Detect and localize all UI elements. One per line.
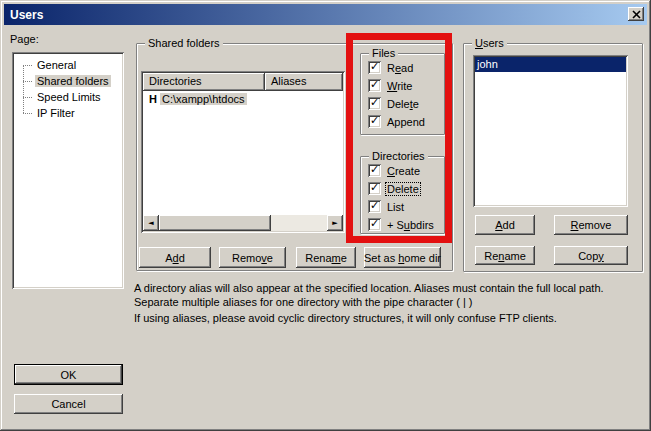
checkbox-checked-icon	[368, 218, 381, 231]
home-flag: H	[149, 93, 160, 105]
checkbox-checked-icon	[368, 115, 381, 128]
tree-item-label: Speed Limits	[35, 91, 103, 103]
directory-row[interactable]: H C:\xampp\htdocs	[143, 91, 343, 107]
scroll-right-arrow-icon[interactable]: ►	[327, 215, 343, 231]
checkbox-checked-icon	[368, 182, 381, 195]
directories-listview: Directories Aliases H C:\xampp\htdocs ◄ …	[141, 71, 345, 233]
button-label: Rename	[484, 250, 526, 262]
checkbox-files-read[interactable]: Read	[368, 61, 414, 74]
add-user-button[interactable]: Add	[475, 215, 535, 235]
button-label: Rename	[305, 252, 347, 264]
checkbox-label: Append	[386, 116, 426, 128]
checkbox-files-write[interactable]: Write	[368, 79, 413, 92]
listview-body: H C:\xampp\htdocs	[143, 91, 343, 215]
cyclic-note-text: If using aliases, please avoid cyclic di…	[134, 311, 644, 325]
tree-item-label: IP Filter	[35, 107, 77, 119]
button-label: Remove	[571, 219, 612, 231]
button-label: Copy	[578, 250, 604, 262]
checkbox-checked-icon	[368, 200, 381, 213]
remove-directory-button[interactable]: Remove	[219, 247, 286, 268]
cancel-button[interactable]: Cancel	[14, 394, 123, 414]
copy-user-button[interactable]: Copy	[554, 246, 628, 265]
checkbox-files-append[interactable]: Append	[368, 115, 426, 128]
listview-header: Directories Aliases	[143, 73, 343, 91]
user-list-item[interactable]: john	[475, 57, 626, 72]
window-title: Users	[10, 8, 43, 22]
scrollbar-track[interactable]	[159, 215, 327, 231]
alias-note-text: A directory alias will also appear at th…	[134, 281, 644, 309]
checkbox-label: Read	[386, 62, 414, 74]
button-label: Add	[495, 219, 515, 231]
checkbox-dirs-list[interactable]: List	[368, 200, 405, 213]
users-listbox: john	[473, 55, 628, 207]
directories-group-label: Directories	[369, 150, 428, 162]
tree-item-label: Shared folders	[35, 75, 111, 87]
checkbox-dirs-delete[interactable]: Delete	[368, 182, 420, 195]
horizontal-scrollbar[interactable]: ◄ ►	[143, 215, 343, 231]
checkbox-files-delete[interactable]: Delete	[368, 97, 420, 110]
checkbox-label: + Subdirs	[386, 219, 435, 231]
checkbox-label: Delete	[386, 98, 420, 110]
page-tree: General Shared folders Speed Limits IP F…	[12, 52, 124, 289]
ok-button[interactable]: OK	[14, 364, 123, 385]
button-label: Add	[165, 252, 185, 264]
scrollbar-thumb[interactable]	[159, 215, 271, 231]
tree-item-speed-limits[interactable]: Speed Limits	[14, 89, 122, 105]
checkbox-label: Write	[386, 80, 413, 92]
checkbox-label-focused: Delete	[386, 183, 420, 195]
checkbox-checked-icon	[368, 79, 381, 92]
checkbox-dirs-create[interactable]: Create	[368, 164, 421, 177]
scroll-left-arrow-icon[interactable]: ◄	[143, 215, 159, 231]
users-dialog: Users Page: General Shared folders Speed…	[0, 0, 651, 431]
button-label: Remove	[232, 252, 273, 264]
checkbox-checked-icon	[368, 97, 381, 110]
tree-item-general[interactable]: General	[14, 57, 122, 73]
tree-item-shared-folders[interactable]: Shared folders	[14, 73, 122, 89]
checkbox-label: Create	[386, 165, 421, 177]
close-button[interactable]	[628, 7, 644, 21]
checkbox-checked-icon	[368, 61, 381, 74]
files-group-label: Files	[369, 47, 398, 59]
checkbox-checked-icon	[368, 164, 381, 177]
close-icon	[632, 10, 641, 19]
titlebar[interactable]: Users	[4, 4, 647, 25]
tree-item-label: General	[35, 59, 78, 71]
directory-path: C:\xampp\htdocs	[160, 93, 247, 105]
set-as-home-dir-button[interactable]: Set as home dir	[364, 247, 441, 268]
column-header-aliases[interactable]: Aliases	[265, 73, 343, 91]
users-group-label: Users	[472, 37, 507, 49]
checkbox-label: List	[386, 201, 405, 213]
rename-directory-button[interactable]: Rename	[296, 247, 356, 268]
add-directory-button[interactable]: Add	[139, 247, 211, 268]
shared-folders-group-label: Shared folders	[145, 37, 223, 49]
checkbox-dirs-subdirs[interactable]: + Subdirs	[368, 218, 435, 231]
rename-user-button[interactable]: Rename	[475, 246, 535, 265]
page-label: Page:	[10, 33, 39, 45]
tree-item-ip-filter[interactable]: IP Filter	[14, 105, 122, 121]
remove-user-button[interactable]: Remove	[554, 215, 628, 235]
column-header-directories[interactable]: Directories	[143, 73, 265, 91]
page-tree-items: General Shared folders Speed Limits IP F…	[14, 54, 122, 287]
button-label: Set as home dir	[364, 252, 441, 264]
